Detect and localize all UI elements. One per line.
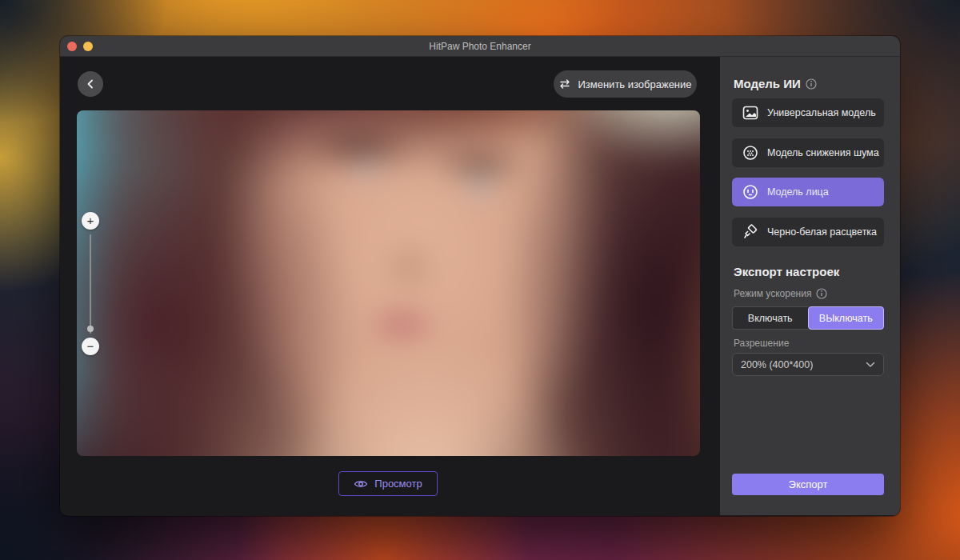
model-button-bw-colorize[interactable]: Черно-белая расцветка: [732, 218, 884, 246]
minimize-window-button[interactable]: [83, 42, 93, 51]
zoom-slider-thumb[interactable]: [87, 326, 94, 332]
acceleration-on-option[interactable]: Включать: [732, 306, 808, 330]
zoom-in-button[interactable]: +: [82, 212, 99, 230]
title-bar: HitPaw Photo Enhancer: [60, 36, 900, 57]
model-label: Модель снижения шума: [767, 147, 879, 158]
preview-label: Просмотр: [374, 478, 422, 490]
acceleration-mode-label: Режим ускорения: [734, 288, 827, 299]
paint-icon: [742, 224, 758, 240]
preview-button[interactable]: Просмотр: [338, 471, 438, 496]
model-label: Черно-белая расцветка: [767, 226, 877, 238]
resolution-label: Разрешение: [734, 338, 789, 349]
model-button-universal[interactable]: Универсальная модель: [732, 98, 884, 127]
close-window-button[interactable]: [67, 42, 77, 51]
sidebar: Модель ИИ Универсальная модель Модель сн…: [720, 57, 900, 515]
export-header-label: Экспорт настроек: [734, 265, 839, 278]
window-content: Изменить изображение + − Просмотр: [60, 57, 900, 515]
image-icon: [742, 106, 758, 120]
model-button-face[interactable]: Модель лица: [732, 178, 884, 206]
change-image-label: Изменить изображение: [578, 78, 691, 90]
main-area: Изменить изображение + − Просмотр: [60, 57, 720, 515]
resolution-dropdown[interactable]: 200% (400*400): [732, 353, 884, 376]
export-settings-header: Экспорт настроек: [734, 265, 839, 278]
model-button-denoise[interactable]: Модель снижения шума: [732, 138, 884, 167]
resolution-label-text: Разрешение: [734, 338, 789, 349]
photo-canvas: [77, 110, 700, 456]
acceleration-label-text: Режим ускорения: [734, 288, 811, 299]
model-section-header: Модель ИИ: [734, 77, 817, 90]
model-label: Универсальная модель: [767, 107, 876, 118]
eye-icon: [354, 478, 368, 490]
model-header-label: Модель ИИ: [734, 77, 801, 90]
change-image-button[interactable]: Изменить изображение: [554, 70, 697, 98]
swap-arrows-icon: [558, 78, 571, 90]
zoom-slider-track[interactable]: [90, 234, 91, 334]
noise-icon: [742, 145, 758, 161]
app-window: HitPaw Photo Enhancer Изменить изображен…: [60, 36, 900, 516]
export-button[interactable]: Экспорт: [732, 474, 884, 495]
resolution-value: 200% (400*400): [741, 359, 813, 370]
chevron-down-icon: [866, 362, 875, 368]
window-title: HitPaw Photo Enhancer: [429, 41, 530, 52]
zoom-out-button[interactable]: −: [82, 338, 99, 355]
model-label: Модель лица: [767, 186, 829, 198]
info-icon[interactable]: [816, 288, 827, 299]
chevron-left-icon: [86, 79, 95, 89]
back-button[interactable]: [78, 71, 103, 97]
acceleration-toggle: Включать ВЫключать: [732, 306, 884, 330]
face-icon: [742, 184, 758, 200]
acceleration-off-option[interactable]: ВЫключать: [808, 306, 885, 330]
blurred-portrait-image: [77, 110, 700, 456]
traffic-lights: [67, 42, 93, 51]
info-icon[interactable]: [806, 78, 817, 90]
